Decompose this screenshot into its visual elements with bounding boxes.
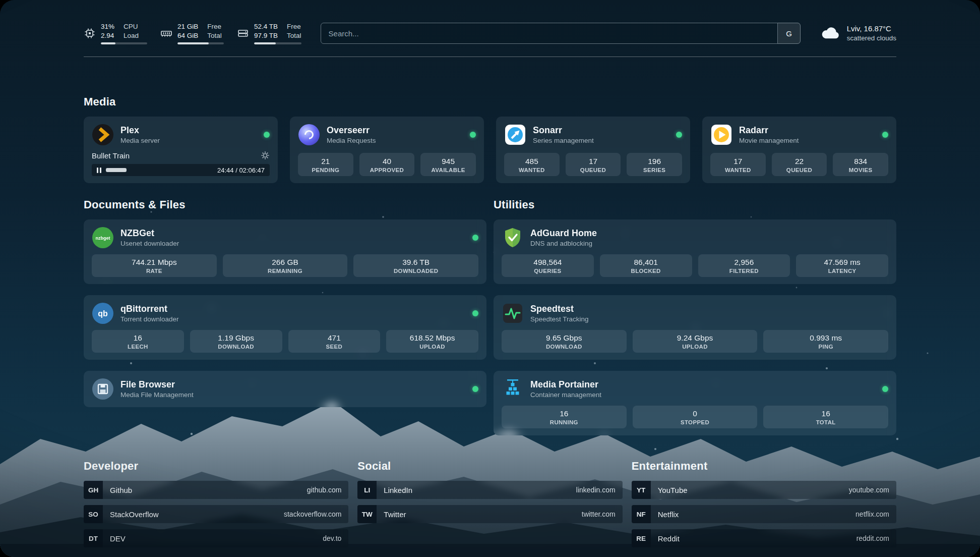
status-dot	[882, 386, 888, 392]
stat-tile: 1.19 Gbps DOWNLOAD	[190, 330, 282, 353]
radarr-card[interactable]: Radarr Movie management 17 WANTED 22 QUE…	[702, 117, 896, 183]
media-section-title: Media	[84, 95, 896, 108]
weather-widget: Lviv, 16.87°C scattered clouds	[820, 24, 896, 43]
stat-tile: 0 STOPPED	[633, 406, 758, 428]
stat-label: QUEUED	[786, 167, 812, 173]
stat-label: PING	[818, 344, 833, 350]
seek-bar[interactable]	[106, 168, 213, 172]
stat-tile: 17 QUEUED	[566, 153, 621, 176]
stat-value: 945	[442, 157, 455, 166]
search-input[interactable]	[321, 23, 801, 44]
stat-value: 16	[134, 333, 142, 343]
adguard-card[interactable]: AdGuard Home DNS and adblocking 498,564 …	[494, 219, 896, 284]
stat-label: APPROVED	[370, 167, 404, 173]
cpu-load-label: Load	[124, 31, 139, 40]
stat-label: WANTED	[519, 167, 545, 173]
status-dot	[264, 132, 270, 138]
stat-tile: 40 APPROVED	[359, 153, 415, 176]
playback-bar: 24:44 / 02:06:47	[92, 164, 270, 176]
stat-tile: 9.65 Gbps DOWNLOAD	[502, 330, 627, 353]
plex-card[interactable]: Plex Media server Bullet Train	[84, 117, 278, 183]
speedtest-card[interactable]: Speedtest Speedtest Tracking 9.65 Gbps D…	[494, 295, 896, 360]
radarr-icon	[710, 124, 732, 146]
stat-value: 22	[795, 157, 804, 166]
bookmark-reddit[interactable]: RE Reddit reddit.com	[632, 529, 896, 547]
stat-value: 9.65 Gbps	[546, 333, 582, 343]
stat-tile: 945 AVAILABLE	[420, 153, 476, 176]
filebrowser-card[interactable]: File Browser Media File Management	[84, 371, 486, 407]
bookmark-netflix[interactable]: NF Netflix netflix.com	[632, 505, 896, 523]
stat-label: QUERIES	[534, 268, 561, 274]
stat-value: 834	[854, 157, 867, 166]
stat-tile: 17 WANTED	[710, 153, 766, 176]
stat-tile: 22 QUEUED	[772, 153, 827, 176]
stat-tile: 2,956 FILTERED	[698, 254, 790, 277]
app-name: Media Portainer	[530, 379, 601, 390]
sonarr-icon	[504, 124, 526, 146]
topbar-divider	[84, 57, 896, 57]
qbittorrent-card[interactable]: qb qBittorrent Torrent downloader	[84, 295, 486, 360]
gear-icon[interactable]	[261, 151, 270, 160]
stat-label: FILTERED	[729, 268, 759, 274]
search-engine-button[interactable]: G	[777, 23, 801, 44]
app-name: Speedtest	[530, 304, 589, 314]
stat-label: MOVIES	[849, 167, 873, 173]
pause-icon[interactable]	[97, 168, 101, 173]
system-metrics: 31% 2.94 CPU Load	[84, 22, 301, 44]
developer-section-title: Developer	[84, 460, 348, 473]
bookmark-twitter[interactable]: TW Twitter twitter.com	[357, 505, 622, 523]
app-subtitle: Usenet downloader	[120, 240, 179, 247]
seek-progress-fill	[106, 168, 127, 172]
stat-tile: 16 LEECH	[92, 330, 184, 353]
app-name: NZBGet	[120, 228, 179, 239]
stat-tile: 16 RUNNING	[502, 406, 627, 428]
stat-value: 17	[733, 157, 742, 166]
sonarr-card[interactable]: Sonarr Series management 485 WANTED 17 Q…	[496, 117, 690, 183]
bookmark-name: DEV	[110, 534, 126, 543]
stat-tile: 744.21 Mbps RATE	[92, 254, 217, 277]
stat-tile: 618.52 Mbps UPLOAD	[386, 330, 478, 353]
now-playing-title: Bullet Train	[92, 151, 130, 160]
section-utilities: Utilities	[494, 198, 896, 435]
bookmark-youtube[interactable]: YT YouTube youtube.com	[632, 481, 896, 499]
bookmark-linkedin[interactable]: LI LinkedIn linkedin.com	[357, 481, 622, 499]
app-name: File Browser	[120, 379, 194, 390]
stat-label: LEECH	[128, 344, 148, 350]
bookmark-url: youtube.com	[849, 486, 889, 494]
stat-value: 0.993 ms	[810, 333, 842, 343]
stat-tile: 471 SEED	[288, 330, 381, 353]
stat-value: 0	[693, 409, 697, 418]
disk-total-value: 97.9 TB	[254, 31, 278, 40]
bookmark-dev[interactable]: DT DEV dev.to	[84, 529, 348, 547]
app-subtitle: Series management	[533, 137, 594, 144]
status-dot	[676, 132, 682, 138]
overseerr-card[interactable]: Overseerr Media Requests 21 PENDING 40 A…	[290, 117, 484, 183]
stat-tile: 9.24 Gbps UPLOAD	[633, 330, 758, 353]
stat-value: 47.569 ms	[824, 258, 860, 267]
weather-location: Lviv, 16.87°C	[847, 24, 896, 34]
top-bar: 31% 2.94 CPU Load	[84, 17, 896, 49]
bookmark-github[interactable]: GH Github github.com	[84, 481, 348, 499]
disk-metric: 52.4 TB 97.9 TB Free Total	[237, 22, 301, 44]
stat-tile: 39.6 TB DOWNLOADED	[353, 254, 478, 277]
disk-free-value: 52.4 TB	[254, 22, 278, 31]
bookmark-abbr: NF	[632, 505, 651, 523]
cpu-label: CPU	[124, 22, 139, 31]
svg-text:qb: qb	[98, 309, 108, 318]
bookmark-stackoverflow[interactable]: SO StackOverflow stackoverflow.com	[84, 505, 348, 523]
stat-label: DOWNLOADED	[394, 268, 438, 274]
app-name: Sonarr	[533, 125, 594, 136]
stat-label: AVAILABLE	[432, 167, 465, 173]
portainer-card[interactable]: Media Portainer Container management 16 …	[494, 371, 896, 435]
bookmark-url: netflix.com	[855, 510, 889, 518]
bookmark-abbr: YT	[632, 481, 651, 499]
stat-label: QUEUED	[580, 167, 606, 173]
stat-value: 498,564	[533, 258, 562, 267]
stat-tile: 498,564 QUERIES	[502, 254, 594, 277]
app-subtitle: Movie management	[739, 137, 799, 144]
ram-icon	[160, 27, 172, 39]
bookmark-group-entertainment: Entertainment YT YouTube youtube.com NF …	[632, 460, 896, 547]
filebrowser-icon	[92, 378, 114, 400]
nzbget-card[interactable]: nzbget NZBGet Usenet downloader 74	[84, 219, 486, 284]
bookmark-name: Reddit	[658, 534, 680, 543]
